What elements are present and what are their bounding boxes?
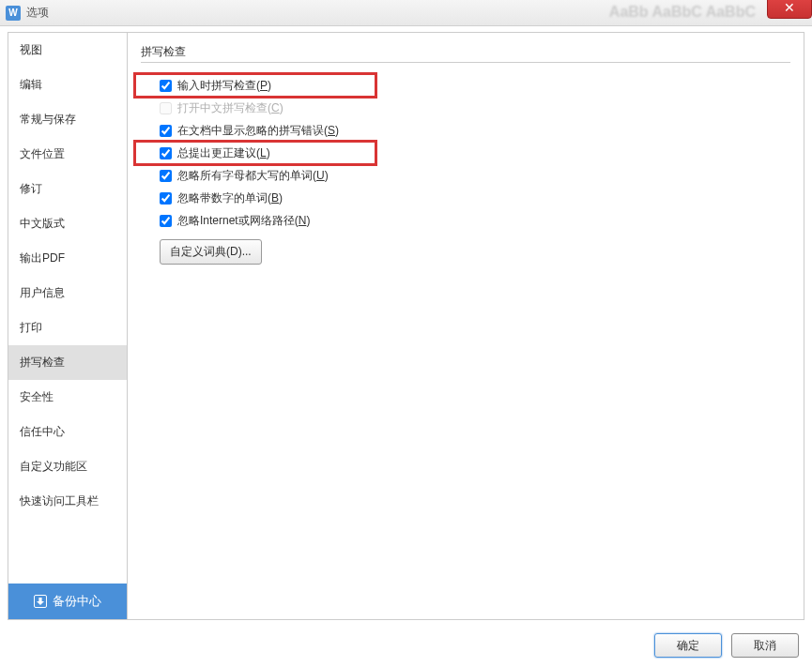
- option-label-4[interactable]: 忽略所有字母都大写的单词(U): [177, 168, 329, 184]
- option-row-3: 总提出更正建议(L): [135, 142, 375, 164]
- main-panel: 拼写检查 输入时拼写检查(P)打开中文拼写检查(C)在文档中显示忽略的拼写错误(…: [128, 32, 804, 620]
- sidebar-item-1[interactable]: 编辑: [8, 68, 127, 102]
- options-group: 输入时拼写检查(P)打开中文拼写检查(C)在文档中显示忽略的拼写错误(S)总提出…: [141, 74, 790, 265]
- sidebar-item-5[interactable]: 中文版式: [8, 206, 127, 241]
- option-row-6: 忽略Internet或网络路径(N): [160, 209, 790, 232]
- option-row-2: 在文档中显示忽略的拼写错误(S): [160, 119, 790, 142]
- option-checkbox-4[interactable]: [160, 170, 172, 182]
- cancel-button[interactable]: 取消: [731, 633, 799, 658]
- section-title: 拼写检查: [141, 44, 790, 60]
- sidebar-item-10[interactable]: 安全性: [8, 380, 127, 415]
- sidebar-list: 视图编辑常规与保存文件位置修订中文版式输出PDF用户信息打印拼写检查安全性信任中…: [8, 33, 127, 584]
- sidebar-item-9[interactable]: 拼写检查: [8, 345, 127, 380]
- backup-center-button[interactable]: 备份中心: [8, 584, 127, 619]
- sidebar-item-6[interactable]: 输出PDF: [8, 241, 127, 276]
- backup-label: 备份中心: [53, 593, 101, 610]
- option-checkbox-5[interactable]: [160, 192, 172, 205]
- option-row-5: 忽略带数字的单词(B): [160, 187, 790, 209]
- sidebar-item-13[interactable]: 快速访问工具栏: [8, 484, 127, 519]
- option-label-5[interactable]: 忽略带数字的单词(B): [177, 190, 283, 206]
- dialog-footer: 确定 取消: [654, 633, 799, 658]
- sidebar-item-11[interactable]: 信任中心: [8, 415, 127, 449]
- sidebar-item-8[interactable]: 打印: [8, 311, 127, 345]
- option-row-1: 打开中文拼写检查(C): [160, 97, 790, 119]
- option-row-4: 忽略所有字母都大写的单词(U): [160, 164, 790, 187]
- sidebar-item-3[interactable]: 文件位置: [8, 137, 127, 172]
- option-row-0: 输入时拼写检查(P): [135, 74, 375, 97]
- option-checkbox-2[interactable]: [160, 125, 172, 137]
- option-label-6[interactable]: 忽略Internet或网络路径(N): [177, 213, 310, 229]
- window-title: 选项: [26, 5, 49, 21]
- option-label-3[interactable]: 总提出更正建议(L): [177, 145, 270, 161]
- sidebar-item-12[interactable]: 自定义功能区: [8, 449, 127, 484]
- custom-dictionary-button[interactable]: 自定义词典(D)...: [160, 239, 262, 265]
- option-checkbox-1: [160, 102, 172, 114]
- option-checkbox-6[interactable]: [160, 215, 172, 227]
- option-label-0[interactable]: 输入时拼写检查(P): [177, 78, 271, 94]
- dialog-body: 视图编辑常规与保存文件位置修订中文版式输出PDF用户信息打印拼写检查安全性信任中…: [0, 26, 812, 620]
- app-icon: W: [6, 6, 21, 21]
- titlebar: W 选项 AaBb AaBbC AaBbC ✕: [0, 0, 812, 26]
- ok-button[interactable]: 确定: [654, 633, 722, 658]
- backup-icon: [34, 595, 47, 608]
- section-divider: [141, 62, 790, 63]
- sidebar-item-2[interactable]: 常规与保存: [8, 102, 127, 137]
- option-checkbox-0[interactable]: [160, 80, 172, 92]
- close-button[interactable]: ✕: [767, 0, 812, 19]
- sidebar: 视图编辑常规与保存文件位置修订中文版式输出PDF用户信息打印拼写检查安全性信任中…: [8, 32, 128, 620]
- sidebar-item-0[interactable]: 视图: [8, 33, 127, 68]
- option-checkbox-3[interactable]: [160, 147, 172, 159]
- sidebar-item-7[interactable]: 用户信息: [8, 276, 127, 311]
- option-label-2[interactable]: 在文档中显示忽略的拼写错误(S): [177, 123, 339, 139]
- sidebar-item-4[interactable]: 修订: [8, 172, 127, 206]
- option-label-1: 打开中文拼写检查(C): [177, 100, 283, 116]
- background-blur-text: AaBb AaBbC AaBbC: [609, 4, 756, 21]
